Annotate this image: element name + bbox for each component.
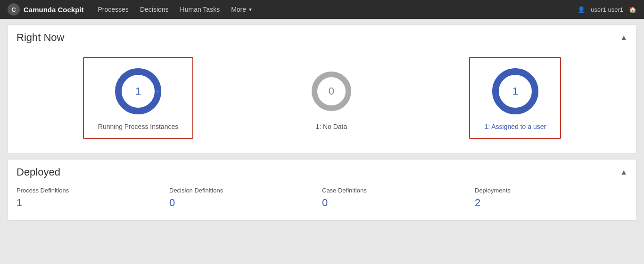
- brand-icon: C: [8, 3, 20, 16]
- nav-links: Processes Decisions Human Tasks More ▼: [93, 0, 257, 19]
- case-def-value[interactable]: 0: [322, 197, 475, 209]
- decision-def-label: Decision Definitions: [169, 187, 322, 194]
- deployed-panel: Deployed ▲ Process Definitions 1 Decisio…: [8, 159, 636, 221]
- right-now-collapse-btn[interactable]: ▲: [620, 33, 627, 42]
- deployed-process-definitions: Process Definitions 1: [17, 187, 169, 209]
- deployed-header: Deployed ▲: [8, 160, 636, 182]
- nav-decisions[interactable]: Decisions: [135, 0, 173, 19]
- more-dropdown-arrow: ▼: [248, 7, 253, 12]
- donut-assigned: 1: [489, 65, 541, 117]
- home-icon[interactable]: 🏠: [629, 6, 636, 13]
- deployed-decision-definitions: Decision Definitions 0: [169, 187, 322, 209]
- donut-value-nodata: 0: [329, 85, 334, 97]
- donut-no-data: 0: [305, 65, 357, 117]
- deployed-title: Deployed: [17, 166, 60, 178]
- nav-processes[interactable]: Processes: [93, 0, 133, 19]
- case-def-label: Case Definitions: [322, 187, 475, 194]
- stat-label-nodata: 1: No Data: [315, 123, 347, 130]
- brand-name: Camunda Cockpit: [24, 6, 84, 14]
- user-icon: 👤: [578, 6, 585, 13]
- right-now-header: Right Now ▲: [8, 25, 636, 48]
- navbar: C Camunda Cockpit Processes Decisions Hu…: [0, 0, 644, 19]
- right-now-title: Right Now: [17, 32, 64, 44]
- deployed-collapse-btn[interactable]: ▲: [620, 168, 627, 176]
- brand[interactable]: C Camunda Cockpit: [8, 3, 84, 16]
- navbar-left: C Camunda Cockpit Processes Decisions Hu…: [8, 0, 257, 19]
- navbar-right: 👤 user1 user1 🏠: [578, 6, 636, 13]
- process-def-label: Process Definitions: [17, 187, 169, 194]
- main-content: Right Now ▲ 1 Running Process Instances: [0, 19, 644, 226]
- nav-more[interactable]: More ▼: [226, 0, 257, 19]
- nav-human-tasks[interactable]: Human Tasks: [175, 0, 225, 19]
- donut-value-running: 1: [135, 85, 141, 97]
- stat-label-assigned[interactable]: 1: Assigned to a user: [484, 123, 546, 130]
- donut-running-process: 1: [112, 65, 164, 117]
- deployed-content: Process Definitions 1 Decision Definitio…: [8, 182, 636, 220]
- username: user1 user1: [591, 6, 623, 13]
- deployments-value[interactable]: 2: [475, 197, 627, 209]
- stat-no-data[interactable]: 0 1: No Data: [305, 65, 357, 130]
- deployed-deployments: Deployments 2: [475, 187, 627, 209]
- stat-assigned-user[interactable]: 1 1: Assigned to a user: [469, 57, 561, 139]
- donut-value-assigned: 1: [512, 85, 518, 97]
- right-now-content: 1 Running Process Instances 0 1: No Data: [8, 48, 636, 153]
- stat-running-process[interactable]: 1 Running Process Instances: [83, 57, 193, 139]
- deployed-case-definitions: Case Definitions 0: [322, 187, 475, 209]
- deployments-label: Deployments: [475, 187, 627, 194]
- stat-label-running: Running Process Instances: [98, 123, 178, 130]
- decision-def-value[interactable]: 0: [169, 197, 322, 209]
- process-def-value[interactable]: 1: [17, 197, 169, 209]
- right-now-panel: Right Now ▲ 1 Running Process Instances: [8, 24, 636, 153]
